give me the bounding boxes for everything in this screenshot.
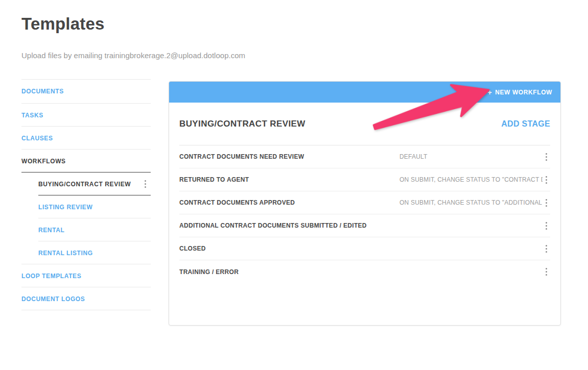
sidebar-subitem-label: LISTING REVIEW — [38, 204, 92, 211]
sidebar-item-label: WORKFLOWS — [21, 158, 66, 165]
sidebar-subitem-label: BUYING/CONTRACT REVIEW — [38, 181, 131, 188]
kebab-menu-icon[interactable] — [542, 219, 550, 232]
workflow-panel-header: + NEW WORKFLOW — [169, 82, 560, 103]
workflow-panel-body: BUYING/CONTRACT REVIEW ADD STAGE CONTRAC… — [169, 103, 560, 283]
sidebar-item-tasks[interactable]: TASKS — [21, 104, 151, 127]
templates-page: Templates Upload files by emailing train… — [0, 0, 588, 370]
new-workflow-button[interactable]: + NEW WORKFLOW — [487, 89, 552, 96]
add-stage-button[interactable]: ADD STAGE — [501, 119, 550, 129]
workflow-panel: + NEW WORKFLOW BUYING/CONTRACT REVIEW AD… — [169, 81, 561, 326]
sidebar-item-loop-templates[interactable]: LOOP TEMPLATES — [21, 264, 151, 287]
sidebar-subitem-rental-listing[interactable]: RENTAL LISTING — [21, 241, 151, 264]
sidebar-item-clauses[interactable]: CLAUSES — [21, 127, 151, 150]
page-title: Templates — [21, 14, 105, 34]
stage-behavior: ON SUBMIT, CHANGE STATUS TO "CONTRACT D.… — [399, 176, 543, 183]
kebab-menu-icon[interactable] — [542, 242, 550, 255]
sidebar-subitem-rental[interactable]: RENTAL — [21, 218, 151, 241]
stage-behavior: ON SUBMIT, CHANGE STATUS TO "ADDITIONAL … — [399, 199, 543, 206]
sidebar-item-documents[interactable]: DOCUMENTS — [21, 79, 151, 104]
sidebar-item-workflows[interactable]: WORKFLOWS — [21, 150, 151, 172]
sidebar-subitem-label: RENTAL — [38, 227, 64, 234]
stage-name: CLOSED — [179, 245, 399, 252]
stage-row: CONTRACT DOCUMENTS NEED REVIEW DEFAULT — [179, 145, 550, 168]
sidebar-item-label: TASKS — [21, 112, 43, 119]
kebab-menu-icon[interactable] — [543, 196, 550, 209]
sidebar-item-label: CLAUSES — [21, 135, 53, 142]
upload-email-hint: Upload files by emailing trainingbrokera… — [21, 51, 245, 60]
sidebar-item-label: DOCUMENT LOGOS — [21, 295, 85, 303]
workflow-title: BUYING/CONTRACT REVIEW — [179, 119, 305, 129]
kebab-menu-icon[interactable] — [543, 174, 550, 186]
sidebar-item-document-logos[interactable]: DOCUMENT LOGOS — [21, 287, 151, 310]
templates-sidebar: DOCUMENTS TASKS CLAUSES WORKFLOWS BUYING… — [21, 79, 151, 310]
sidebar-item-label: DOCUMENTS — [21, 88, 64, 95]
kebab-menu-icon[interactable] — [542, 266, 550, 278]
stage-name: CONTRACT DOCUMENTS NEED REVIEW — [179, 153, 399, 160]
plus-icon: + — [487, 89, 492, 96]
sidebar-item-label: LOOP TEMPLATES — [21, 273, 81, 280]
stage-row: RETURNED TO AGENT ON SUBMIT, CHANGE STAT… — [179, 168, 550, 191]
workflow-title-row: BUYING/CONTRACT REVIEW ADD STAGE — [179, 103, 550, 145]
stage-row: CLOSED — [179, 237, 550, 260]
new-workflow-label: NEW WORKFLOW — [495, 89, 552, 96]
kebab-menu-icon[interactable] — [542, 151, 550, 163]
kebab-menu-icon[interactable] — [141, 178, 149, 190]
sidebar-subitem-listing-review[interactable]: LISTING REVIEW — [21, 195, 151, 218]
sidebar-subitem-label: RENTAL LISTING — [38, 250, 93, 257]
stage-name: RETURNED TO AGENT — [179, 176, 399, 183]
stage-row: ADDITIONAL CONTRACT DOCUMENTS SUBMITTED … — [179, 214, 550, 237]
sidebar-subitem-buying-contract-review[interactable]: BUYING/CONTRACT REVIEW — [21, 172, 151, 195]
stage-name: CONTRACT DOCUMENTS APPROVED — [179, 199, 399, 206]
stage-behavior: DEFAULT — [399, 153, 542, 160]
stage-row: CONTRACT DOCUMENTS APPROVED ON SUBMIT, C… — [179, 191, 550, 214]
stage-name: TRAINING / ERROR — [179, 268, 399, 276]
stage-row: TRAINING / ERROR — [179, 260, 550, 283]
stage-name: ADDITIONAL CONTRACT DOCUMENTS SUBMITTED … — [179, 222, 399, 229]
